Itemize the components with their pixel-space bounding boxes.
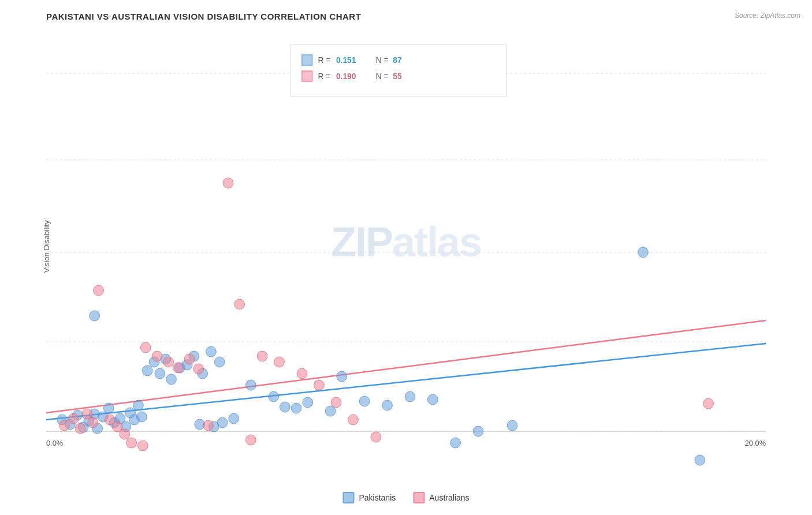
svg-text:55: 55 — [393, 72, 402, 81]
svg-rect-12 — [290, 44, 506, 96]
svg-point-61 — [303, 397, 313, 408]
svg-text:N =: N = — [376, 72, 389, 81]
svg-point-64 — [359, 396, 370, 406]
legend-color-pakistanis — [342, 492, 354, 503]
svg-text:N =: N = — [376, 55, 389, 65]
svg-point-59 — [280, 402, 290, 412]
svg-point-94 — [274, 357, 285, 367]
svg-point-56 — [229, 413, 239, 424]
svg-point-46 — [166, 374, 177, 385]
svg-text:0.151: 0.151 — [336, 55, 356, 65]
svg-point-86 — [152, 351, 162, 361]
legend-color-australians — [413, 492, 424, 503]
svg-point-92 — [234, 299, 245, 309]
svg-point-101 — [203, 420, 214, 431]
svg-point-102 — [245, 435, 256, 445]
legend-item-australians: Australians — [413, 492, 469, 503]
svg-point-39 — [133, 400, 144, 410]
svg-point-99 — [371, 432, 381, 442]
svg-point-83 — [126, 438, 137, 448]
svg-text:R =: R = — [318, 55, 330, 65]
chart-title: PAKISTANI VS AUSTRALIAN VISION DISABILIT… — [12, 12, 800, 21]
svg-point-44 — [155, 368, 165, 379]
svg-point-41 — [90, 311, 100, 321]
svg-text:R =: R = — [318, 72, 330, 81]
svg-point-63 — [337, 371, 347, 382]
svg-point-96 — [314, 380, 325, 390]
svg-point-82 — [120, 429, 130, 439]
source-label: Source: ZipAtlas.com — [735, 12, 800, 20]
chart-area: Vision Disability ZIPatlas 15.0% 11.2% 7… — [46, 27, 766, 466]
svg-point-40 — [136, 412, 147, 422]
svg-point-88 — [173, 363, 183, 373]
svg-point-97 — [331, 397, 341, 408]
svg-point-73 — [695, 455, 705, 465]
svg-text:87: 87 — [393, 55, 402, 65]
svg-point-93 — [257, 351, 267, 361]
chart-legend: Pakistanis Australians — [342, 492, 469, 503]
svg-point-75 — [68, 413, 79, 424]
svg-point-69 — [473, 426, 483, 436]
svg-point-57 — [245, 380, 256, 390]
scatter-chart: 15.0% 11.2% 7.5% 3.8% 0.0% 20.0% R = 0.1… — [46, 27, 766, 466]
svg-text:0.0%: 0.0% — [46, 439, 63, 447]
svg-point-87 — [163, 357, 174, 367]
y-axis-label: Vision Disability — [42, 221, 51, 273]
svg-point-72 — [638, 247, 649, 258]
legend-item-pakistanis: Pakistanis — [342, 492, 396, 503]
svg-point-68 — [450, 438, 461, 448]
svg-point-98 — [348, 415, 359, 425]
svg-point-33 — [103, 403, 114, 413]
svg-point-55 — [217, 417, 228, 428]
svg-point-65 — [382, 400, 393, 410]
svg-point-58 — [269, 391, 279, 402]
svg-text:0.190: 0.190 — [336, 72, 356, 81]
chart-container: PAKISTANI VS AUSTRALIAN VISION DISABILIT… — [0, 0, 812, 515]
svg-point-79 — [94, 285, 104, 296]
svg-text:20.0%: 20.0% — [745, 439, 766, 447]
legend-label-pakistanis: Pakistanis — [359, 493, 396, 502]
svg-point-66 — [405, 391, 415, 402]
svg-point-90 — [193, 364, 204, 374]
svg-point-85 — [140, 342, 151, 353]
svg-point-74 — [59, 420, 70, 431]
svg-point-51 — [206, 346, 217, 357]
svg-point-91 — [223, 178, 233, 188]
svg-point-100 — [703, 398, 714, 409]
svg-rect-13 — [302, 55, 312, 65]
svg-point-84 — [137, 441, 148, 451]
svg-point-42 — [142, 365, 152, 376]
svg-point-76 — [75, 423, 85, 434]
svg-point-52 — [214, 357, 225, 367]
svg-point-78 — [88, 417, 98, 428]
svg-point-67 — [427, 394, 438, 405]
svg-rect-18 — [302, 71, 312, 81]
svg-point-60 — [291, 403, 301, 413]
svg-point-89 — [184, 354, 195, 364]
svg-point-70 — [507, 420, 517, 431]
legend-label-australians: Australians — [429, 493, 469, 502]
svg-point-95 — [297, 368, 307, 379]
